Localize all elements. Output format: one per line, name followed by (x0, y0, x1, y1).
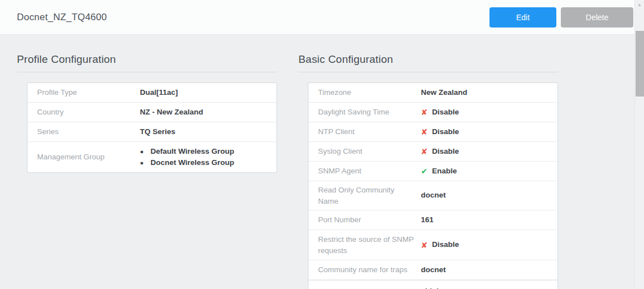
table-row: Daylight Saving Time ✘ Disable (309, 103, 557, 122)
list-item-label: Default Wireless Group (151, 146, 234, 157)
link-section-header: Link (309, 280, 557, 289)
disable-x-icon: ✘ (421, 148, 428, 155)
table-row: Read Only Community Name docnet (309, 181, 557, 210)
row-value: ✘ Disable (421, 123, 465, 141)
page-title: Docnet_NZ_TQ4600 (17, 0, 107, 35)
row-value: NZ - New Zealand (140, 104, 209, 121)
bullet-icon: ● (140, 148, 144, 157)
table-row: Country NZ - New Zealand (28, 103, 276, 122)
row-label: Read Only Community Name (309, 181, 421, 210)
row-value: ✘ Disable (421, 143, 465, 160)
link-section-label: Link (425, 287, 441, 289)
row-label: Daylight Saving Time (309, 103, 421, 121)
profile-configuration-table: Profile Type Dual[11ac] Country NZ - New… (27, 82, 277, 173)
table-row: Port Number 161 (309, 210, 557, 230)
row-label: Syslog Client (309, 143, 421, 160)
status-text: Disable (432, 127, 459, 137)
profile-configuration-heading: Profile Configuration (17, 35, 277, 66)
disable-x-icon: ✘ (421, 241, 428, 249)
row-value: ● Default Wireless Group ● Docnet Wirele… (140, 143, 240, 171)
status-text: Disable (432, 146, 459, 157)
row-value: ✘ Disable (421, 236, 465, 254)
table-row: Syslog Client ✘ Disable (309, 142, 557, 162)
row-label: Community name for traps (309, 261, 421, 279)
row-value: ✔ Enable (421, 163, 462, 180)
scrollbar-thumb[interactable] (636, 31, 644, 97)
row-label: Restrict the source of SNMP requests (309, 231, 421, 259)
row-value: docnet (421, 187, 451, 204)
page-header: Docnet_NZ_TQ4600 Edit Delete (0, 0, 644, 35)
list-item: ● Docnet Wireless Group (140, 157, 234, 168)
row-label: Country (28, 103, 140, 121)
edit-button[interactable]: Edit (489, 7, 556, 27)
basic-configuration-section: Basic Configuration Timezone New Zealand… (298, 35, 558, 289)
heading-divider (17, 72, 277, 72)
delete-button[interactable]: Delete (561, 7, 633, 27)
table-row: Management Group ● Default Wireless Grou… (28, 142, 276, 172)
bullet-icon: ● (140, 159, 144, 168)
disable-x-icon: ✘ (421, 108, 428, 116)
row-value: New Zealand (421, 84, 473, 102)
management-group-list: ● Default Wireless Group ● Docnet Wirele… (140, 146, 234, 168)
list-item-label: Docnet Wireless Group (151, 157, 234, 168)
row-value: Dual[11ac] (140, 84, 184, 102)
disable-x-icon: ✘ (421, 128, 428, 136)
row-value: ✘ Disable (421, 104, 465, 121)
table-row: NTP Client ✘ Disable (309, 122, 557, 142)
row-label: Series (28, 123, 140, 141)
row-value: docnet (421, 262, 451, 279)
status-text: Enable (432, 166, 457, 177)
main-content: Profile Configuration Profile Type Dual[… (0, 35, 644, 289)
status-text: Disable (432, 107, 459, 118)
table-row: Community name for traps docnet (309, 260, 557, 280)
row-value: TQ Series (140, 123, 181, 141)
table-row: Profile Type Dual[11ac] (28, 83, 276, 103)
basic-configuration-table: Timezone New Zealand Daylight Saving Tim… (308, 82, 558, 289)
row-label: Port Number (309, 211, 421, 229)
table-row: SNMP Agent ✔ Enable (309, 162, 557, 181)
profile-configuration-section: Profile Configuration Profile Type Dual[… (17, 35, 277, 173)
list-item: ● Default Wireless Group (140, 146, 234, 157)
vertical-scrollbar[interactable]: ▲ (634, 0, 644, 289)
row-label: Timezone (309, 84, 421, 102)
heading-divider (298, 72, 558, 72)
row-value: 161 (421, 212, 439, 229)
table-row: Restrict the source of SNMP requests ✘ D… (309, 230, 557, 260)
basic-configuration-heading: Basic Configuration (298, 35, 558, 66)
row-label: Management Group (28, 148, 140, 166)
row-label: SNMP Agent (309, 162, 421, 180)
enable-check-icon: ✔ (421, 167, 428, 175)
scrollbar-up-arrow-icon[interactable]: ▲ (635, 2, 644, 7)
status-text: Disable (432, 240, 459, 250)
table-row: Series TQ Series (28, 122, 276, 142)
table-row: Timezone New Zealand (309, 83, 557, 103)
row-label: Profile Type (28, 84, 140, 102)
row-label: NTP Client (309, 123, 421, 141)
